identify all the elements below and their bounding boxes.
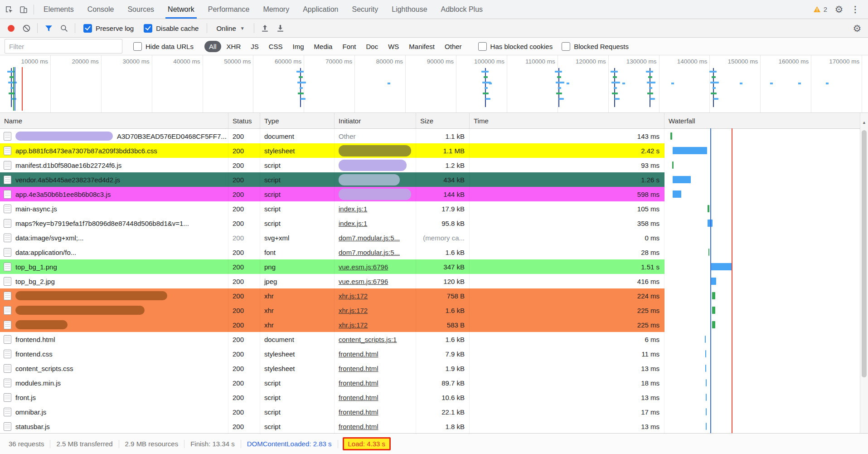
initiator-link[interactable]: vue.esm.js:6796: [339, 278, 388, 285]
timeline-overview[interactable]: 10000 ms20000 ms30000 ms40000 ms50000 ms…: [0, 55, 868, 113]
initiator-link[interactable]: dom7.modular.js:5...: [339, 234, 400, 242]
initiator-link[interactable]: frontend.html: [339, 394, 378, 401]
filter-type-ws[interactable]: WS: [383, 41, 403, 52]
column-header-status[interactable]: Status: [228, 113, 260, 128]
tab-memory[interactable]: Memory: [256, 0, 296, 19]
clear-button[interactable]: [19, 20, 34, 36]
waterfall-bar: [712, 307, 715, 314]
table-row[interactable]: manifest.d1b0f580ae16b22724f6.js200scrip…: [0, 158, 868, 172]
time-cell: 416 ms: [470, 274, 664, 288]
initiator-link[interactable]: xhr.js:172: [339, 292, 368, 300]
table-row[interactable]: data:image/svg+xml;...200svg+xmldom7.mod…: [0, 230, 868, 245]
filter-input[interactable]: [5, 39, 122, 54]
initiator-link[interactable]: content_scripts.js:1: [339, 336, 397, 343]
scrollbar-thumb[interactable]: [862, 130, 867, 377]
filter-type-manifest[interactable]: Manifest: [404, 41, 439, 52]
filter-type-other[interactable]: Other: [440, 41, 466, 52]
table-row[interactable]: app.4e3a50b6b1ee8b6b08c3.js200script144 …: [0, 187, 868, 201]
tab-sources[interactable]: Sources: [121, 0, 161, 19]
initiator-link[interactable]: index.js:1: [339, 220, 367, 227]
column-header-time[interactable]: Time: [470, 113, 664, 128]
initiator-link[interactable]: frontend.html: [339, 350, 378, 358]
filter-type-xhr[interactable]: XHR: [222, 41, 246, 52]
table-row[interactable]: top_bg_1.png200pngvue.esm.js:6796347 kB1…: [0, 259, 868, 274]
table-row[interactable]: app.b881fc8473ea7307b87a209f3bdd3bc6.css…: [0, 143, 868, 158]
table-row[interactable]: content_scripts.css200stylesheetfrontend…: [0, 361, 868, 376]
waterfall-cell: [664, 303, 868, 317]
column-header-type[interactable]: Type: [260, 113, 335, 128]
table-row[interactable]: data:application/fo...200fontdom7.modula…: [0, 245, 868, 259]
scrollbar[interactable]: ▲: [860, 113, 868, 433]
filter-type-css[interactable]: CSS: [264, 41, 287, 52]
filter-type-all[interactable]: All: [204, 41, 221, 52]
kebab-menu-icon[interactable]: ⋮: [848, 2, 863, 17]
column-header-initiator[interactable]: Initiator: [335, 113, 416, 128]
search-button[interactable]: [57, 20, 71, 36]
blocked-requests-checkbox[interactable]: Blocked Requests: [562, 42, 629, 51]
tab-elements[interactable]: Elements: [37, 0, 81, 19]
tabbar-right: 2 ⚙ ⋮: [810, 2, 866, 17]
initiator-link[interactable]: xhr.js:172: [339, 321, 368, 329]
table-row[interactable]: 200xhrxhr.js:172758 B224 ms: [0, 288, 868, 303]
settings-gear-icon[interactable]: ⚙: [832, 2, 846, 17]
scroll-up-arrow-icon[interactable]: ▲: [860, 113, 868, 125]
table-row[interactable]: omnibar.js200scriptfrontend.html22.1 kB1…: [0, 405, 868, 419]
filter-type-media[interactable]: Media: [310, 41, 337, 52]
has-blocked-cookies-checkbox[interactable]: Has blocked cookies: [478, 42, 553, 51]
filter-type-doc[interactable]: Doc: [361, 41, 383, 52]
disable-cache-checkbox[interactable]: Disable cache: [144, 24, 199, 33]
column-header-name[interactable]: Name: [0, 113, 228, 128]
initiator-link[interactable]: frontend.html: [339, 423, 378, 430]
network-toolbar: Preserve log Disable cache Online ▼ ⚙: [0, 19, 868, 38]
column-header-size[interactable]: Size: [416, 113, 470, 128]
table-row[interactable]: front.js200scriptfrontend.html10.6 kB13 …: [0, 390, 868, 405]
column-header-waterfall[interactable]: Waterfall: [664, 113, 868, 128]
table-row[interactable]: A3D70B3EAD576ED0468CF5FF7...200documentO…: [0, 129, 868, 143]
export-har-button[interactable]: [273, 20, 288, 36]
initiator-link[interactable]: xhr.js:172: [339, 307, 368, 314]
hide-data-urls-checkbox[interactable]: Hide data URLs: [133, 42, 194, 51]
tab-security[interactable]: Security: [345, 0, 385, 19]
request-name: vendor.4a5b445ae238237ed4d2.js: [15, 176, 120, 184]
inspect-element-icon[interactable]: [2, 2, 16, 17]
initiator-link[interactable]: frontend.html: [339, 408, 378, 416]
tab-lighthouse[interactable]: Lighthouse: [385, 0, 434, 19]
table-row[interactable]: frontend.html200documentcontent_scripts.…: [0, 332, 868, 347]
table-row[interactable]: vendor.4a5b445ae238237ed4d2.js200script4…: [0, 172, 868, 187]
overview-activity-bar: [485, 98, 490, 100]
import-har-button[interactable]: [258, 20, 272, 36]
throttling-select[interactable]: Online ▼: [216, 24, 244, 32]
tab-console[interactable]: Console: [81, 0, 121, 19]
table-row[interactable]: maps?key=b7919efa1f7b8096d8e87448d506b8d…: [0, 216, 868, 230]
tab-network[interactable]: Network: [161, 0, 201, 19]
tab-application[interactable]: Application: [296, 0, 345, 19]
filter-toggle-button[interactable]: [41, 20, 56, 36]
initiator-cell: xhr.js:172: [335, 303, 416, 317]
table-row[interactable]: statusbar.js200scriptfrontend.html1.8 kB…: [0, 419, 868, 434]
requests-count: 36 requests: [3, 440, 50, 448]
table-row[interactable]: top_bg_2.jpg200jpegvue.esm.js:6796120 kB…: [0, 274, 868, 288]
preserve-log-checkbox[interactable]: Preserve log: [83, 24, 134, 33]
request-name: content_scripts.css: [15, 365, 73, 372]
table-row[interactable]: modules.min.js200scriptfrontend.html89.7…: [0, 376, 868, 390]
initiator-link[interactable]: frontend.html: [339, 379, 378, 387]
initiator-link[interactable]: vue.esm.js:6796: [339, 263, 388, 271]
filter-type-js[interactable]: JS: [246, 41, 263, 52]
record-button[interactable]: [4, 20, 18, 36]
initiator-link[interactable]: frontend.html: [339, 365, 378, 372]
initiator-link[interactable]: index.js:1: [339, 205, 367, 213]
tab-adblock-plus[interactable]: Adblock Plus: [434, 0, 490, 19]
initiator-link[interactable]: dom7.modular.js:5...: [339, 249, 400, 256]
tab-performance[interactable]: Performance: [201, 0, 257, 19]
waterfall-cell: [664, 143, 868, 158]
filter-type-img[interactable]: Img: [288, 41, 309, 52]
network-settings-gear-icon[interactable]: ⚙: [850, 20, 864, 36]
table-row[interactable]: main-async.js200scriptindex.js:117.9 kB1…: [0, 201, 868, 216]
table-row[interactable]: frontend.css200stylesheetfrontend.html7.…: [0, 347, 868, 361]
overview-activity-bar: [611, 71, 618, 73]
device-toolbar-icon[interactable]: [16, 2, 31, 17]
console-warnings-badge[interactable]: 2: [810, 5, 830, 13]
table-row[interactable]: 200xhrxhr.js:1721.6 kB225 ms: [0, 303, 868, 317]
filter-type-font[interactable]: Font: [338, 41, 360, 52]
table-row[interactable]: 200xhrxhr.js:172583 B225 ms: [0, 317, 868, 332]
